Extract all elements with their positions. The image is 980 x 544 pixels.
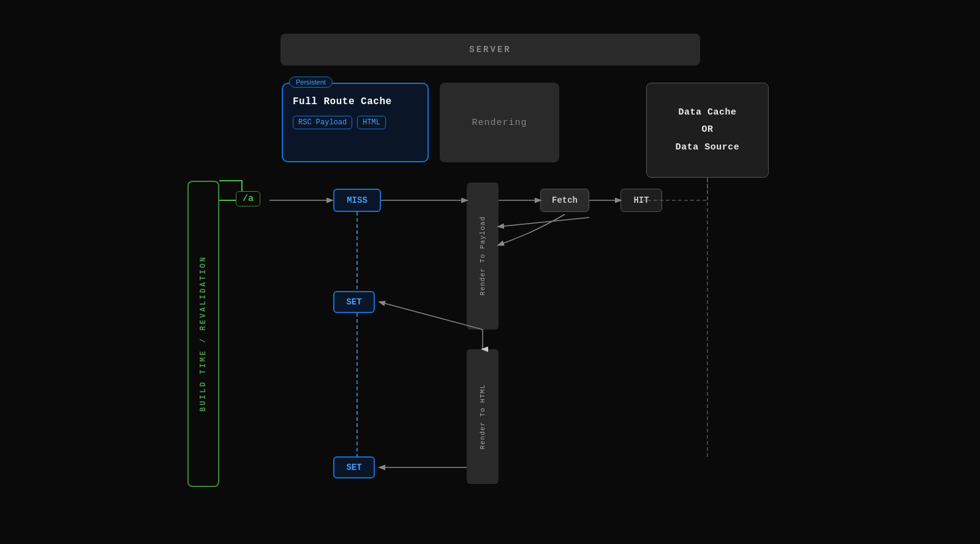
render-html-box: Render To HTML xyxy=(467,349,499,484)
render-html-text: Render To HTML xyxy=(479,384,486,449)
set-label-2: SET xyxy=(346,463,361,472)
rsc-payload-badge: RSC Payload xyxy=(293,116,352,129)
badge-row: RSC Payload HTML xyxy=(293,116,386,129)
miss-box: MISS xyxy=(333,189,381,212)
render-payload-text: Render To Payload xyxy=(479,216,486,295)
full-route-cache-box: Persistent Full Route Cache RSC Payload … xyxy=(282,83,429,162)
render-payload-box: Render To Payload xyxy=(467,183,499,330)
fetch-box: Fetch xyxy=(540,189,589,212)
build-time-label-container: BUILD TIME / REVALIDATION xyxy=(187,181,219,487)
hit-label: HIT xyxy=(633,195,649,205)
server-box: SERVER xyxy=(281,34,700,66)
persistent-badge: Persistent xyxy=(289,77,333,88)
fetch-label: Fetch xyxy=(552,195,578,205)
full-route-cache-title: Full Route Cache xyxy=(293,96,392,107)
diagram-container: SERVER Persistent Full Route Cache RSC P… xyxy=(0,0,980,544)
hit-box: HIT xyxy=(620,189,662,212)
miss-label: MISS xyxy=(347,195,368,205)
data-cache-box: Data Cache OR Data Source xyxy=(646,83,769,178)
set-box-2: SET xyxy=(333,456,375,478)
rendering-label: Rendering xyxy=(472,118,527,128)
set-label-1: SET xyxy=(346,297,361,307)
build-time-text: BUILD TIME / REVALIDATION xyxy=(199,255,208,412)
server-label: SERVER xyxy=(469,45,511,55)
data-cache-label: Data Cache OR Data Source xyxy=(676,104,740,157)
rendering-box: Rendering xyxy=(440,83,559,162)
route-a: /a xyxy=(236,191,260,206)
html-badge: HTML xyxy=(357,116,386,129)
set-box-1: SET xyxy=(333,291,375,313)
